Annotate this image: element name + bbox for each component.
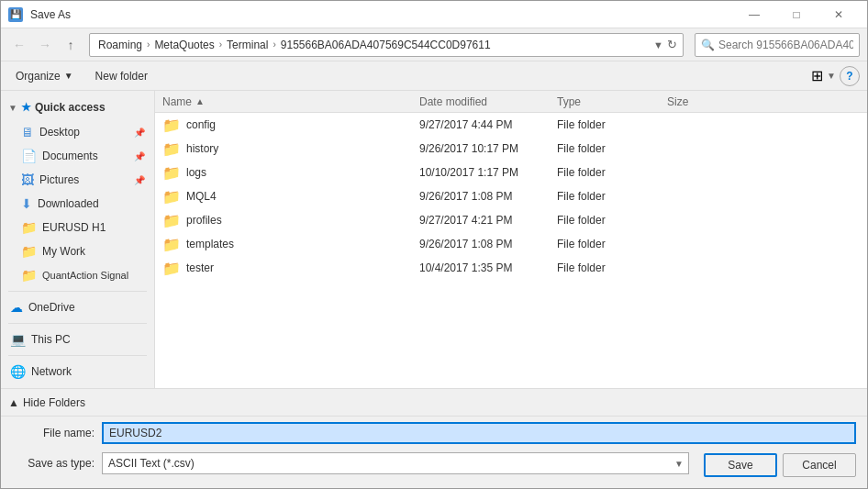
file-type: File folder — [557, 214, 667, 227]
col-header-type[interactable]: Type — [557, 95, 667, 108]
file-name-text: logs — [186, 166, 206, 179]
sidebar-item-network[interactable]: 🌐 Network — [3, 360, 152, 383]
table-row[interactable]: 📁 logs 10/10/2017 1:17 PM File folder — [155, 161, 867, 184]
sidebar-item-documents[interactable]: 📄 Documents 📌 — [3, 144, 152, 168]
save-button[interactable]: Save — [704, 453, 777, 477]
pictures-pin-icon: 📌 — [134, 175, 145, 185]
address-bar[interactable]: Roaming › MetaQuotes › Terminal › 915566… — [89, 33, 684, 57]
savetype-select[interactable]: ASCII Text (*.csv) — [102, 452, 689, 474]
crumb-roaming[interactable]: Roaming — [95, 37, 145, 53]
quick-access-chevron: ▼ — [8, 103, 17, 113]
hide-folders-label: Hide Folders — [23, 396, 85, 409]
quick-access-label: Quick access — [35, 101, 106, 114]
bottom-bar: ▲ Hide Folders — [1, 388, 867, 416]
hide-folders-toggle[interactable]: ▲ Hide Folders — [8, 396, 85, 409]
crumb-metaquotes[interactable]: MetaQuotes — [151, 37, 217, 53]
col-type-label: Type — [557, 95, 581, 108]
back-button[interactable]: ← — [8, 34, 30, 56]
file-date: 9/26/2017 1:08 PM — [419, 238, 557, 250]
view-icon[interactable]: ⊞ — [811, 67, 823, 84]
file-type: File folder — [557, 166, 667, 179]
sidebar-item-eurusd[interactable]: 📁 EURUSD H1 — [3, 216, 152, 239]
footer: File name: Save as type: ASCII Text (*.c… — [1, 416, 867, 488]
thispc-icon: 💻 — [10, 332, 26, 347]
new-folder-button[interactable]: New folder — [88, 65, 155, 87]
up-button[interactable]: ↑ — [60, 34, 82, 56]
table-row[interactable]: 📁 config 9/27/2017 4:44 PM File folder — [155, 113, 867, 137]
col-header-size[interactable]: Size — [667, 95, 740, 108]
quick-access-header[interactable]: ▼ ★ Quick access — [1, 94, 154, 120]
col-header-date[interactable]: Date modified — [419, 95, 557, 108]
sidebar: ▼ ★ Quick access 🖥 Desktop 📌 📄 Documents… — [1, 91, 155, 388]
table-row[interactable]: 📁 history 9/26/2017 10:17 PM File folder — [155, 137, 867, 161]
file-name-text: templates — [186, 238, 234, 250]
sidebar-item-mywork[interactable]: 📁 My Work — [3, 239, 152, 263]
sidebar-quantaction-label: QuantAction Signal — [42, 270, 128, 281]
desktop-icon: 🖥 — [21, 125, 34, 139]
folder-icon: 📁 — [162, 260, 181, 277]
action-bar: Organize ▼ New folder ⊞ ▼ ? — [1, 61, 867, 91]
table-row[interactable]: 📁 tester 10/4/2017 1:35 PM File folder — [155, 256, 867, 280]
quick-access-star-icon: ★ — [21, 101, 31, 114]
minimize-button[interactable]: — — [733, 1, 775, 28]
sidebar-divider-1 — [8, 291, 147, 292]
close-button[interactable]: ✕ — [818, 1, 860, 28]
desktop-pin-icon: 📌 — [134, 128, 145, 138]
col-name-label: Name — [162, 95, 192, 108]
folder-icon: 📁 — [162, 140, 181, 158]
filename-label: File name: — [12, 427, 95, 439]
sidebar-onedrive-label: OneDrive — [28, 301, 75, 314]
sidebar-downloaded-label: Downloaded — [38, 197, 99, 210]
title-bar-left: 💾 Save As — [8, 7, 71, 22]
file-list: 📁 config 9/27/2017 4:44 PM File folder 📁… — [155, 113, 867, 388]
folder-icon: 📁 — [162, 212, 181, 229]
sidebar-item-downloaded[interactable]: ⬇ Downloaded — [3, 192, 152, 216]
sidebar-item-desktop[interactable]: 🖥 Desktop 📌 — [3, 120, 152, 144]
chevron-up-icon: ▲ — [8, 396, 19, 409]
address-refresh-icon[interactable]: ↻ — [667, 38, 677, 51]
toolbar: ← → ↑ Roaming › MetaQuotes › Terminal › … — [1, 28, 867, 61]
table-row[interactable]: 📁 profiles 9/27/2017 4:21 PM File folder — [155, 208, 867, 232]
new-folder-label: New folder — [95, 70, 148, 83]
sidebar-item-quantaction[interactable]: 📁 QuantAction Signal — [3, 263, 152, 287]
mywork-icon: 📁 — [21, 244, 37, 259]
file-date: 9/26/2017 1:08 PM — [419, 190, 557, 203]
file-date: 9/26/2017 10:17 PM — [419, 142, 557, 155]
organize-button[interactable]: Organize ▼ — [8, 65, 81, 87]
search-box[interactable]: 🔍 — [695, 33, 860, 57]
filename-input[interactable] — [102, 422, 856, 444]
filename-row: File name: — [12, 422, 856, 444]
network-icon: 🌐 — [10, 364, 26, 379]
crumb-terminal[interactable]: Terminal — [224, 37, 271, 53]
file-name-text: profiles — [186, 214, 222, 227]
organize-label: Organize — [16, 70, 61, 83]
quantaction-icon: 📁 — [21, 268, 37, 283]
help-icon[interactable]: ? — [840, 66, 860, 86]
search-input[interactable] — [718, 39, 853, 51]
col-date-label: Date modified — [419, 95, 487, 108]
file-name-text: history — [186, 142, 218, 155]
col-size-label: Size — [667, 95, 688, 108]
window-title: Save As — [30, 8, 71, 21]
main-content: ▼ ★ Quick access 🖥 Desktop 📌 📄 Documents… — [1, 91, 867, 388]
forward-button[interactable]: → — [34, 34, 56, 56]
folder-icon: 📁 — [162, 117, 181, 134]
table-row[interactable]: 📁 MQL4 9/26/2017 1:08 PM File folder — [155, 184, 867, 208]
breadcrumb: Roaming › MetaQuotes › Terminal › 915566… — [95, 37, 494, 53]
maximize-button[interactable]: □ — [775, 1, 818, 28]
col-header-name[interactable]: Name ▲ — [162, 95, 419, 108]
folder-icon: 📁 — [162, 236, 181, 253]
view-dropdown-icon[interactable]: ▼ — [827, 71, 836, 81]
address-dropdown-icon[interactable]: ▼ — [653, 39, 663, 50]
sidebar-item-thispc[interactable]: 💻 This PC — [3, 328, 152, 351]
cancel-button[interactable]: Cancel — [783, 453, 856, 477]
file-date: 9/27/2017 4:21 PM — [419, 214, 557, 227]
sidebar-item-onedrive[interactable]: ☁ OneDrive — [3, 295, 152, 319]
savetype-label: Save as type: — [12, 457, 95, 470]
table-row[interactable]: 📁 templates 9/26/2017 1:08 PM File folde… — [155, 232, 867, 256]
sidebar-item-pictures[interactable]: 🖼 Pictures 📌 — [3, 168, 152, 192]
file-name-text: MQL4 — [186, 190, 217, 203]
footer-buttons: Save Cancel — [704, 453, 856, 477]
quick-access-section: ▼ ★ Quick access 🖥 Desktop 📌 📄 Documents… — [1, 94, 154, 287]
crumb-hash[interactable]: 915566BA06ADA407569C544CC0D97611 — [278, 37, 494, 53]
